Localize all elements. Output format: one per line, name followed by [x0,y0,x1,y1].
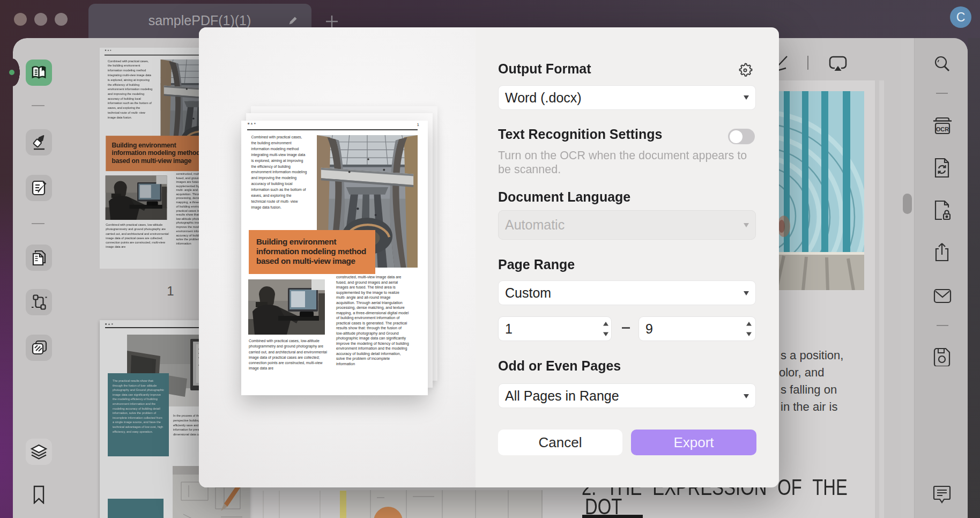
svg-text:OCR: OCR [936,126,949,132]
